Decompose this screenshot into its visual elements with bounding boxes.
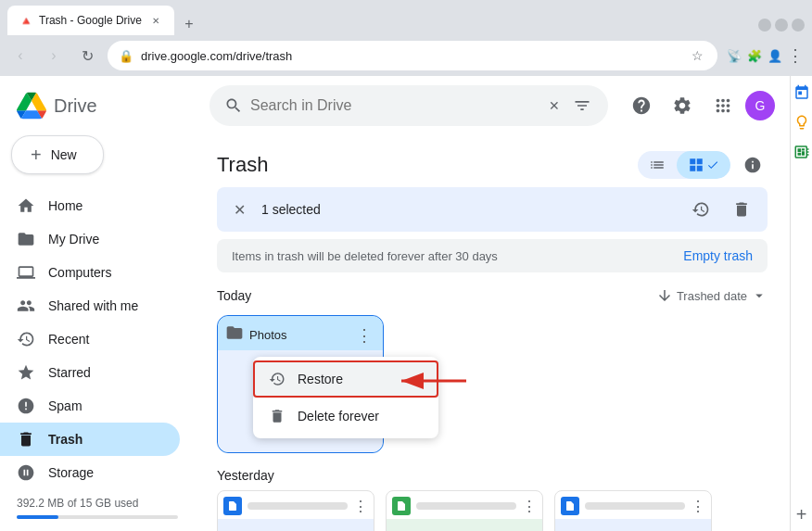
sidebar-item-label: Recent (48, 332, 89, 347)
top-search-bar: ✕ G (195, 76, 790, 135)
right-notes-icon[interactable] (793, 113, 811, 132)
sidebar-item-storage[interactable]: Storage (0, 456, 180, 489)
tab-close-icon[interactable]: ✕ (148, 13, 163, 28)
doc-icon-3 (561, 497, 579, 515)
right-calendar-icon[interactable] (793, 83, 811, 102)
sidebar-item-label: Shared with me (48, 298, 138, 313)
view-toggle (638, 151, 730, 179)
new-button[interactable]: + New (11, 135, 104, 174)
file-more-btn-2[interactable]: ⋮ (522, 498, 537, 515)
sidebar-item-home[interactable]: Home (0, 189, 180, 222)
plus-icon: + (31, 145, 42, 164)
folder-icon (225, 323, 244, 347)
cast-icon[interactable]: 📡 (725, 46, 743, 65)
doc-icon-2 (392, 497, 411, 515)
search-filter-icon[interactable] (571, 95, 593, 117)
delete-forever-icon (268, 407, 286, 425)
storage-bar (17, 515, 178, 519)
sidebar-item-label: Starred (48, 365, 91, 380)
sidebar-item-label: Home (48, 198, 82, 213)
tab-favicon: 🔺 (19, 14, 33, 28)
sidebar-item-shared[interactable]: Shared with me (0, 289, 180, 322)
extensions-puzzle-icon[interactable]: 🧩 (745, 46, 764, 65)
bookmark-icon[interactable]: ☆ (688, 46, 706, 65)
my-drive-icon (17, 230, 35, 248)
selection-bar: ✕ 1 selected (217, 187, 768, 232)
browser-tab-drive[interactable]: 🔺 Trash - Google Drive ✕ (7, 6, 174, 35)
right-tasks-icon[interactable] (793, 143, 811, 161)
file-more-button[interactable]: ⋮ (353, 324, 375, 347)
today-label: Today (217, 288, 251, 303)
delete-forever-label: Delete forever (298, 409, 379, 424)
starred-icon (17, 363, 35, 382)
home-icon (17, 196, 35, 215)
sidebar-item-label: Spam (48, 398, 82, 413)
sidebar-item-spam[interactable]: Spam (0, 389, 180, 423)
right-add-icon[interactable]: + (793, 505, 811, 524)
list-view-button[interactable] (638, 151, 677, 179)
file-more-btn-3[interactable]: ⋮ (691, 498, 705, 515)
apps-grid-icon[interactable] (704, 87, 742, 124)
file-card-photos[interactable]: Photos ⋮ (217, 315, 384, 453)
empty-trash-button[interactable]: Empty trash (683, 248, 753, 263)
storage-text: 392.2 MB of 15 GB used (17, 497, 178, 510)
sidebar-item-label: Storage (48, 465, 94, 480)
tab-title: Trash - Google Drive (39, 14, 143, 27)
storage-icon (17, 463, 35, 482)
sidebar-item-trash[interactable]: Trash (0, 423, 180, 456)
info-button[interactable] (738, 150, 768, 180)
sidebar-item-label: Computers (48, 265, 111, 280)
yesterday-label: Yesterday (217, 468, 274, 483)
file-card-yesterday-1[interactable]: ⋮ (217, 490, 374, 531)
spam-icon (17, 397, 35, 415)
close-button[interactable] (792, 19, 805, 32)
sort-control[interactable]: Trashed date (656, 287, 768, 304)
search-icon (224, 96, 243, 115)
reload-button[interactable]: ↻ (74, 43, 100, 69)
context-menu: Restore Delete forever (253, 357, 438, 438)
profile-icon[interactable]: 👤 (766, 46, 784, 65)
delete-forever-menu-item[interactable]: Delete forever (253, 398, 438, 435)
search-bar-container[interactable]: ✕ (209, 85, 608, 126)
delete-forever-button[interactable] (727, 195, 756, 224)
page-content: Trash (195, 135, 790, 531)
sidebar-item-my-drive[interactable]: My Drive (0, 222, 180, 256)
clear-search-icon[interactable]: ✕ (545, 96, 564, 115)
user-avatar[interactable]: G (745, 91, 775, 120)
sidebar-item-starred[interactable]: Starred (0, 356, 180, 389)
file-preview-1 (218, 519, 374, 531)
sidebar-item-computers[interactable]: Computers (0, 256, 180, 289)
file-name-bar-2 (416, 502, 516, 510)
file-name-bar-3 (585, 502, 685, 510)
sidebar: Drive + New Home My Drive Computers (0, 76, 195, 531)
file-more-btn-1[interactable]: ⋮ (353, 498, 368, 515)
file-card-yesterday-3[interactable]: ⋮ (554, 490, 712, 531)
new-tab-button[interactable]: + (178, 13, 200, 35)
selection-close-button[interactable]: ✕ (228, 198, 250, 221)
drive-name: Drive (54, 95, 97, 117)
minimize-button[interactable] (758, 19, 771, 32)
doc-icon-1 (223, 497, 242, 515)
trash-icon (17, 430, 35, 449)
file-preview-3 (555, 519, 711, 531)
settings-icon[interactable] (664, 87, 701, 124)
back-button[interactable]: ‹ (7, 43, 33, 69)
sidebar-item-recent[interactable]: Recent (0, 322, 180, 356)
forward-button[interactable]: › (41, 43, 67, 69)
restore-menu-item[interactable]: Restore (253, 360, 438, 398)
search-input[interactable] (250, 97, 538, 114)
file-card-yesterday-2[interactable]: ⋮ (386, 490, 543, 531)
grid-view-button[interactable] (677, 151, 730, 179)
file-preview-2 (387, 519, 542, 531)
support-icon[interactable] (623, 87, 660, 124)
storage-bar-fill (17, 515, 58, 519)
restore-icon (268, 370, 286, 388)
url-text: drive.google.com/drive/trash (141, 49, 680, 63)
restore-all-button[interactable] (686, 195, 716, 224)
more-options-icon[interactable]: ⋮ (786, 46, 805, 65)
drive-logo-icon (17, 91, 46, 120)
sidebar-item-label: Trash (48, 432, 82, 447)
address-bar[interactable]: 🔒 drive.google.com/drive/trash ☆ (108, 41, 717, 70)
trash-notice-text: Items in trash will be deleted forever a… (232, 249, 498, 263)
maximize-button[interactable] (775, 19, 788, 32)
